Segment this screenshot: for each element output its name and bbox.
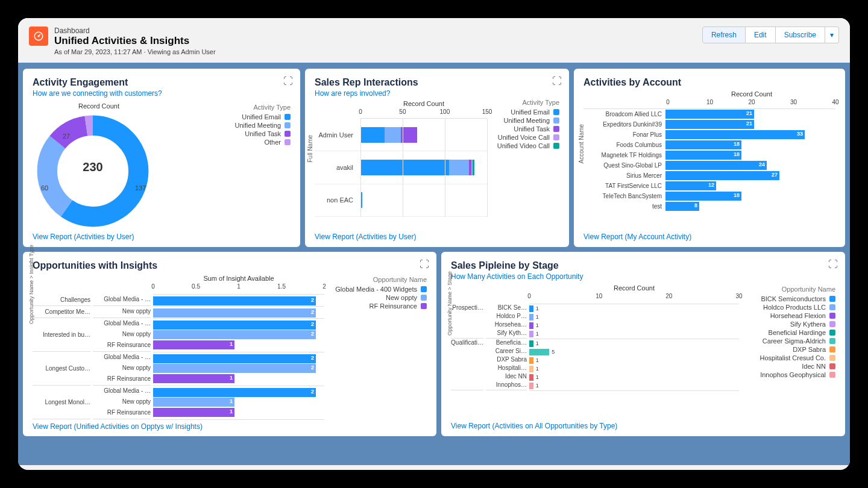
y-axis-title: Account Name [578,124,585,164]
expand-icon[interactable]: ⛶ [283,76,292,84]
axis-tick: 0 [359,108,362,115]
opportunity-label: New oppty [93,306,151,317]
legend-item: Unified Voice Call [487,134,559,141]
bar: 18 [665,140,741,149]
opportunity-label: RF Reinsurance [93,374,151,384]
more-actions-dropdown[interactable]: ▾ [825,27,839,43]
view-report-link[interactable]: View Report (Activities by User) [33,233,291,241]
legend-swatch [829,355,835,361]
bar [529,357,533,364]
bar-label: TeleTech BancSystem [583,193,665,199]
bar-row: 5 [529,348,739,356]
dashboard-row-2: Opportunities with Insights ⛶ Opportunit… [23,252,845,436]
view-report-link[interactable]: View Report (My Account Activity) [583,233,835,241]
opportunity-label: Innophos… [486,381,527,389]
refresh-button[interactable]: Refresh [702,27,746,43]
y-axis-title: Opportunity Name > Stage [447,271,453,336]
panel-subtitle: How Many Activities on Each Opportunity [451,272,835,281]
bar: 1 [153,408,234,417]
subscribe-button[interactable]: Subscribe [776,27,825,43]
bar-row: test8 [583,201,835,211]
legend-swatch [285,139,291,145]
panel-activities-by-account: Activities by Account ⛶ Record Count 0 1… [574,69,845,247]
bar-row: Quest Sino-Global LP24 [583,160,835,170]
opportunity-label: Idec NN [486,372,527,381]
insight-type-label: Interested in bu… [33,318,90,352]
bar [529,366,533,372]
legend-swatch [829,330,835,336]
legend-swatch [829,346,835,352]
insight-type-label: Longest Custo… [33,352,90,386]
legend-swatch [285,122,291,128]
bar: 2 [153,321,316,330]
axis-tick: 1 [237,283,241,290]
bar-row: 1 [529,339,739,348]
dashboard-icon [29,27,48,46]
bar-value: 1 [536,305,539,311]
expand-icon[interactable]: ⛶ [420,259,428,267]
bar-row: Fonar Plus33 [583,130,835,140]
legend-swatch [829,321,835,327]
panel-sales-rep-interactions: Sales Rep Interactions How are reps invo… [305,69,569,247]
view-report-link[interactable]: View Report (Unified Activities on Oppty… [33,422,427,431]
legend-item: Unified Task [165,130,291,137]
bar: 33 [665,130,805,139]
legend-item: Unified Meeting [487,117,559,124]
y-axis-title: Full Name [307,135,313,163]
donut-label-a: 137 [135,184,146,192]
bar-row: Foods Columbus18 [583,140,835,150]
donut-chart: Record Count 230 137 60 27 [33,102,165,229]
header-meta: As of Mar 29, 2023, 11:27 AM · Viewing a… [54,48,216,55]
panel-sales-pipeline-by-stage: Sales Pipleine by Stage How Many Activit… [441,252,845,436]
legend-swatch [285,131,291,137]
header-actions: Refresh Edit Subscribe ▾ [702,27,839,43]
bar-label: Magnetek TF Holdings [583,152,665,158]
opportunity-label: Holdco P… [486,312,527,321]
chart-header: Record Count [33,102,165,110]
opportunity-label: Career Si… [486,347,527,355]
opportunity-label: RF Reinsurance [93,340,151,351]
bar: 24 [665,161,767,170]
stage-label: Prospecti… [451,304,483,339]
chart-header: Record Count [668,90,835,98]
bar-row: TAT FirstService LLC12 [583,181,835,191]
bar-row: Admin User [315,119,487,151]
header-left: Dashboard Unified Activities & Insights … [29,27,216,55]
bar-value: 1 [536,374,539,380]
legend-swatch [829,372,835,378]
bar-label: Foods Columbus [583,142,665,148]
legend: Opportunity Name Global Media - 400 Widg… [324,275,427,420]
legend-item: Hospitalist Cresud Co. [739,354,835,361]
legend-item: Beneficial Hardinge [739,329,835,336]
bar [529,331,533,337]
view-report-link[interactable]: View Report (Activities by User) [315,233,559,241]
bar: 18 [665,151,741,160]
bar-value: 1 [536,383,539,389]
expand-icon[interactable]: ⛶ [552,76,561,84]
bar: 21 [665,110,754,119]
panel-title: Opportunities with Insights [33,260,427,271]
stage-label: Qualificati… [451,339,483,390]
insight-type-label: Longest Monol… [33,386,90,419]
axis-tick: 20 [665,293,672,299]
bar [529,383,533,389]
view-report-link[interactable]: View Report (Activities on All Opportuni… [451,422,835,430]
legend-item: Innophos Geophysical [739,371,835,378]
legend-item: Sify Kythera [739,321,835,328]
panel-title: Sales Pipleine by Stage [451,260,835,271]
edit-button[interactable]: Edit [746,27,776,43]
dashboard-row-1: Activity Engagement How are we connectin… [23,69,845,247]
bar-row: TeleTech BancSystem18 [583,191,835,201]
axis-tick: 50 [399,108,406,115]
legend-title: Opportunity Name [739,286,835,293]
axis-tick: 1.5 [277,283,286,290]
axis-tick: 150 [482,108,492,115]
bar-row: 1 [529,313,739,321]
header-title: Unified Activities & Insights [54,35,216,47]
expand-icon[interactable]: ⛶ [828,259,837,267]
donut-center-value: 230 [33,160,153,174]
legend-item: Unified Meeting [165,122,291,129]
legend-item: Global Media - 400 Widgets [324,286,427,293]
legend-title: Opportunity Name [324,276,427,283]
opportunity-label: Horsehea… [486,321,527,329]
